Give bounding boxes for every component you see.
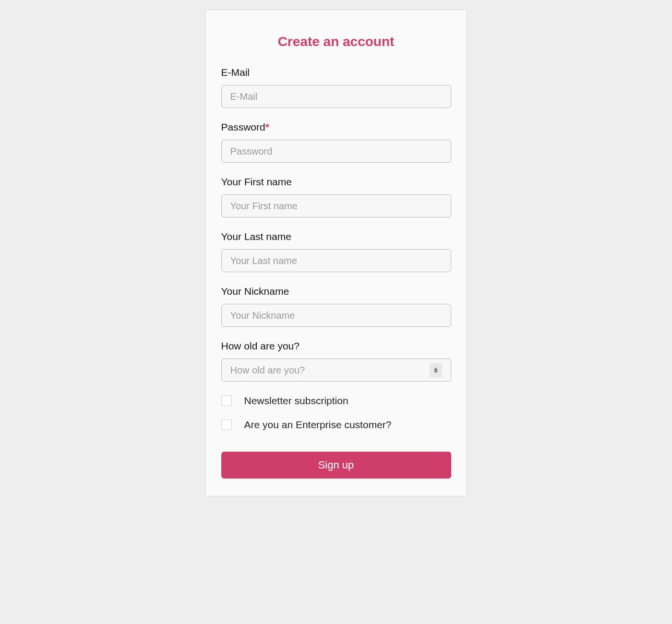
- password-label-text: Password: [221, 121, 265, 132]
- newsletter-row: Newsletter subscription: [221, 395, 451, 407]
- age-select-placeholder: How old are you?: [230, 365, 305, 376]
- age-label: How old are you?: [221, 340, 451, 352]
- signup-card: Create an account E-Mail Password* Your …: [205, 10, 467, 496]
- email-input[interactable]: [221, 85, 451, 108]
- enterprise-label: Are you an Enterprise customer?: [244, 419, 392, 431]
- field-nickname: Your Nickname: [221, 286, 451, 327]
- newsletter-checkbox[interactable]: [221, 396, 232, 406]
- lastname-label: Your Last name: [221, 231, 451, 242]
- select-stepper-icon: [430, 363, 442, 377]
- nickname-input[interactable]: [221, 304, 451, 327]
- newsletter-label: Newsletter subscription: [244, 395, 348, 407]
- chevron-up-icon: [434, 368, 438, 370]
- firstname-label: Your First name: [221, 176, 451, 188]
- field-firstname: Your First name: [221, 176, 451, 217]
- signup-button[interactable]: Sign up: [221, 452, 451, 479]
- chevron-down-icon: [434, 371, 438, 373]
- enterprise-row: Are you an Enterprise customer?: [221, 419, 451, 431]
- enterprise-checkbox[interactable]: [221, 420, 232, 430]
- password-label: Password*: [221, 121, 451, 133]
- required-star-icon: *: [265, 121, 269, 132]
- firstname-input[interactable]: [221, 194, 451, 217]
- email-label: E-Mail: [221, 67, 451, 78]
- lastname-input[interactable]: [221, 249, 451, 272]
- field-password: Password*: [221, 121, 451, 163]
- field-age: How old are you? How old are you?: [221, 340, 451, 382]
- field-lastname: Your Last name: [221, 231, 451, 272]
- field-email: E-Mail: [221, 67, 451, 108]
- form-title: Create an account: [221, 34, 451, 49]
- age-select[interactable]: How old are you?: [221, 359, 451, 382]
- password-input[interactable]: [221, 140, 451, 163]
- nickname-label: Your Nickname: [221, 286, 451, 297]
